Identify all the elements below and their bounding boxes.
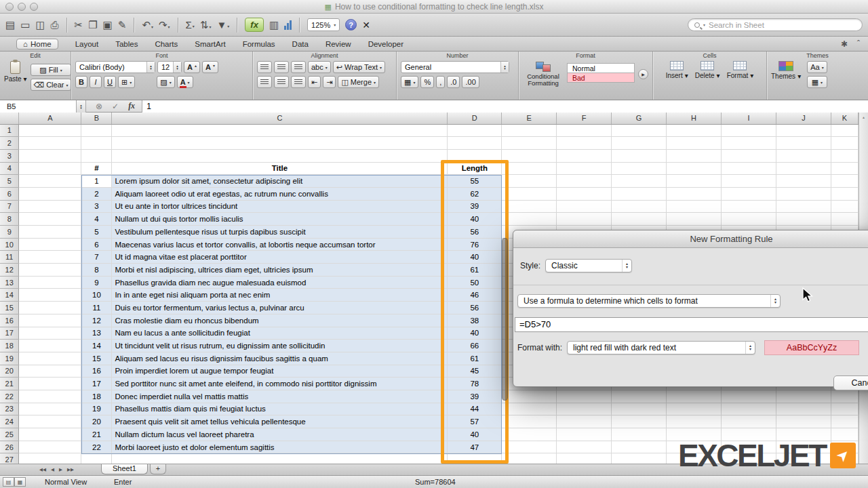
cell-C4[interactable]: Title: [112, 162, 448, 175]
cell-E24[interactable]: [502, 415, 557, 428]
cell-J6[interactable]: [776, 187, 831, 200]
undo-button[interactable]: ↶▾: [142, 19, 153, 31]
cell-A12[interactable]: [19, 264, 81, 277]
cell-K22[interactable]: [831, 390, 858, 403]
next-sheet-button[interactable]: ▶: [59, 467, 62, 472]
cell-C7[interactable]: Ut eu ante in tortor ultrices tincidunt: [112, 200, 448, 213]
row-header-13[interactable]: 13: [0, 276, 19, 289]
tab-home[interactable]: ⌂Home: [16, 39, 58, 49]
cell-D3[interactable]: [448, 149, 502, 162]
cell-G7[interactable]: [612, 200, 667, 213]
borders-button[interactable]: ⊞▾: [118, 76, 135, 88]
cell-B19[interactable]: 15: [81, 352, 112, 365]
cell-A10[interactable]: [19, 238, 81, 251]
cell-E23[interactable]: [502, 403, 557, 415]
cell-B8[interactable]: 4: [81, 213, 112, 226]
cell-I6[interactable]: [722, 187, 776, 200]
cell-B7[interactable]: 3: [81, 200, 112, 213]
cell-J1[interactable]: [776, 124, 831, 137]
cell-C27[interactable]: [112, 453, 448, 464]
font-color-button[interactable]: A▾: [177, 76, 193, 88]
cell-D1[interactable]: [448, 124, 502, 137]
column-header-D[interactable]: D: [448, 113, 502, 124]
page-layout-view-toggle[interactable]: ▦: [14, 477, 26, 487]
column-header-J[interactable]: J: [776, 113, 831, 124]
cell-C23[interactable]: Phasellus mattis diam quis mi feugiat lu…: [112, 403, 448, 415]
cell-H7[interactable]: [667, 200, 722, 213]
normal-view-toggle[interactable]: ▤: [3, 477, 14, 487]
italic-button[interactable]: I: [90, 76, 102, 88]
cell-F24[interactable]: [557, 415, 612, 428]
increase-indent-button[interactable]: ⇥: [323, 76, 336, 88]
cell-C22[interactable]: Donec imperdiet nulla vel mattis mattis: [112, 390, 448, 403]
column-header-K[interactable]: K: [831, 113, 858, 124]
cell-C24[interactable]: Praesent quis velit sit amet tellus vehi…: [112, 415, 448, 428]
filter-button[interactable]: ▼▾: [216, 19, 229, 30]
rule-type-dropdown[interactable]: Use a formula to determine which cells t…: [517, 294, 781, 308]
cell-C3[interactable]: [112, 149, 448, 162]
cell-F3[interactable]: [557, 149, 612, 162]
cell-A23[interactable]: [19, 403, 81, 415]
search-input[interactable]: ▾ Search in Sheet: [688, 18, 863, 31]
cell-I3[interactable]: [722, 149, 776, 162]
cell-F7[interactable]: [557, 200, 612, 213]
cell-J23[interactable]: [776, 403, 831, 415]
cell-F27[interactable]: [557, 453, 612, 464]
row-header-21[interactable]: 21: [0, 378, 19, 390]
cell-B25[interactable]: 21: [81, 428, 112, 441]
column-header-C[interactable]: C: [112, 113, 448, 124]
cell-E26[interactable]: [502, 441, 557, 453]
tab-layout[interactable]: Layout: [75, 40, 99, 48]
row-header-1[interactable]: 1: [0, 124, 19, 137]
cell-E5[interactable]: [502, 175, 557, 188]
cell-F25[interactable]: [557, 428, 612, 441]
cell-G6[interactable]: [612, 187, 667, 200]
cell-B9[interactable]: 5: [81, 226, 112, 239]
cell-D18[interactable]: 66: [448, 340, 502, 352]
cell-G4[interactable]: [612, 162, 667, 175]
cell-C5[interactable]: Lorem ipsum dolor sit amet, consectetur …: [112, 175, 448, 188]
text-orientation-button[interactable]: abc▾: [308, 61, 331, 73]
cell-B26[interactable]: 22: [81, 441, 112, 453]
tab-charts[interactable]: Charts: [155, 40, 178, 48]
percent-style-button[interactable]: %: [420, 76, 434, 88]
cell-style-normal[interactable]: Normal: [567, 63, 635, 73]
cell-B11[interactable]: 7: [81, 251, 112, 264]
sort-button[interactable]: ⇅▾: [200, 19, 212, 31]
cell-J24[interactable]: [776, 415, 831, 428]
help-button[interactable]: ?: [345, 19, 357, 30]
cell-A8[interactable]: [19, 213, 81, 226]
tab-review[interactable]: Review: [326, 40, 351, 48]
insert-function-icon[interactable]: fx: [128, 101, 135, 111]
style-dropdown[interactable]: Classic ▴▾: [545, 259, 632, 272]
grow-font-button[interactable]: A▴: [184, 61, 200, 73]
cell-C2[interactable]: [112, 137, 448, 150]
cell-H23[interactable]: [667, 403, 722, 415]
cell-D14[interactable]: 46: [448, 289, 502, 302]
theme-fonts-button[interactable]: Aa▾: [807, 61, 827, 73]
cell-D19[interactable]: 61: [448, 352, 502, 365]
styles-gallery-button[interactable]: ▶: [638, 69, 648, 79]
cut-button[interactable]: ✂: [75, 19, 83, 31]
cell-F5[interactable]: [557, 175, 612, 188]
theme-colors-button[interactable]: ▦▾: [807, 76, 827, 88]
chart-button[interactable]: [284, 20, 292, 30]
cell-H4[interactable]: [667, 162, 722, 175]
cell-H1[interactable]: [667, 124, 722, 137]
cell-A4[interactable]: [19, 162, 81, 175]
tab-developer[interactable]: Developer: [368, 40, 403, 48]
cell-H5[interactable]: [667, 175, 722, 188]
select-all-corner[interactable]: [0, 113, 19, 124]
cell-A18[interactable]: [19, 340, 81, 352]
cell-G2[interactable]: [612, 137, 667, 150]
cell-D15[interactable]: 56: [448, 302, 502, 314]
cell-A6[interactable]: [19, 187, 81, 200]
cell-C17[interactable]: Nam eu lacus a ante sollicitudin feugiat: [112, 327, 448, 340]
format-cells-button[interactable]: Format▾: [727, 61, 754, 79]
cell-F1[interactable]: [557, 124, 612, 137]
font-size-combo[interactable]: 12▴▾: [157, 61, 182, 73]
add-sheet-button[interactable]: +: [150, 464, 166, 474]
cell-B14[interactable]: 10: [81, 289, 112, 302]
fill-button[interactable]: ▨Fill▾: [31, 64, 72, 76]
cell-E22[interactable]: [502, 390, 557, 403]
